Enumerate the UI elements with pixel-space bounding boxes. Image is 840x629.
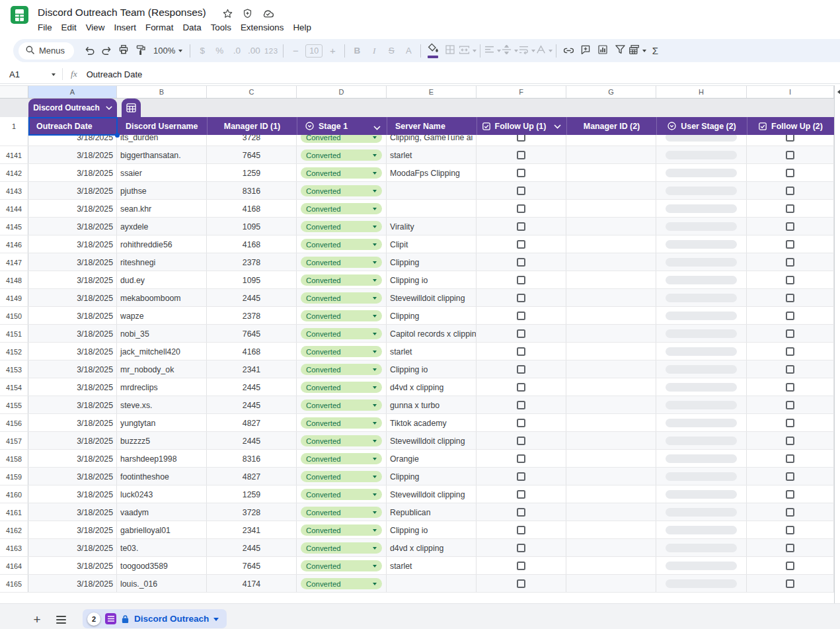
menu-view[interactable]: View xyxy=(81,20,110,35)
increase-font-size-button[interactable]: + xyxy=(324,42,341,60)
user-stage-2-chip[interactable] xyxy=(666,544,737,552)
user-stage-2-chip[interactable] xyxy=(666,419,737,427)
cell-manager-id-2[interactable] xyxy=(566,521,656,539)
follow-up-2-checkbox[interactable] xyxy=(786,222,794,231)
follow-up-1-checkbox[interactable] xyxy=(517,383,525,392)
cell-manager-id-1[interactable]: 8316 xyxy=(207,182,297,200)
cell-stage-1[interactable]: Converted xyxy=(297,468,387,485)
cell-manager-id-2[interactable] xyxy=(566,271,656,289)
row-number[interactable]: 4157 xyxy=(0,432,28,450)
follow-up-1-checkbox[interactable] xyxy=(517,544,525,552)
stage-dropdown-chip[interactable]: Converted xyxy=(301,382,382,393)
cell-user-stage-2[interactable] xyxy=(656,521,747,539)
cell-follow-up-2[interactable] xyxy=(747,271,834,289)
cell-outreach-date[interactable]: 3/18/2025 xyxy=(28,521,117,539)
cell-manager-id-2[interactable] xyxy=(566,307,656,325)
cell-follow-up-1[interactable] xyxy=(477,135,566,146)
stage-dropdown-chip[interactable]: Converted xyxy=(301,257,382,268)
cell-server-name[interactable] xyxy=(387,575,477,593)
cell-outreach-date[interactable]: 3/18/2025 xyxy=(28,360,117,378)
column-header-follow-up-1[interactable]: Follow Up (1) xyxy=(477,117,566,135)
row-number[interactable]: 4149 xyxy=(0,289,28,307)
cell-discord-username[interactable]: mrdreclips xyxy=(117,378,207,396)
cell-user-stage-2[interactable] xyxy=(656,485,747,503)
cell-manager-id-2[interactable] xyxy=(566,432,656,450)
formula-input[interactable]: Outreach Date xyxy=(87,69,143,79)
column-letter-C[interactable]: C xyxy=(207,86,297,98)
cell-follow-up-1[interactable] xyxy=(477,432,566,450)
cell-follow-up-1[interactable] xyxy=(477,182,566,200)
cell-stage-1[interactable]: Converted xyxy=(297,289,387,307)
column-letter-B[interactable]: B xyxy=(117,86,207,98)
cell-follow-up-1[interactable] xyxy=(477,485,566,503)
stage-dropdown-chip[interactable]: Converted xyxy=(301,239,382,250)
follow-up-2-checkbox[interactable] xyxy=(786,312,794,320)
cell-discord-username[interactable]: mekaboomboom xyxy=(117,289,207,307)
cell-follow-up-1[interactable] xyxy=(477,503,566,521)
user-stage-2-chip[interactable] xyxy=(666,472,737,481)
cell-follow-up-2[interactable] xyxy=(747,289,834,307)
format-percent-button[interactable]: % xyxy=(211,42,228,60)
cell-discord-username[interactable]: biggerthansatan. xyxy=(117,146,207,164)
user-stage-2-chip[interactable] xyxy=(666,276,737,284)
cell-stage-1[interactable]: Converted xyxy=(297,503,387,521)
cell-follow-up-2[interactable] xyxy=(747,432,834,450)
user-stage-2-chip[interactable] xyxy=(666,579,737,588)
stage-dropdown-chip[interactable]: Converted xyxy=(301,453,382,464)
cell-follow-up-1[interactable] xyxy=(477,360,566,378)
follow-up-2-checkbox[interactable] xyxy=(786,258,794,267)
cell-follow-up-2[interactable] xyxy=(747,182,834,200)
menu-edit[interactable]: Edit xyxy=(57,20,81,35)
user-stage-2-chip[interactable] xyxy=(666,294,737,302)
cell-outreach-date[interactable]: 3/18/2025 xyxy=(28,218,117,235)
stage-dropdown-chip[interactable]: Converted xyxy=(301,328,382,339)
cell-outreach-date[interactable]: 3/18/2025 xyxy=(28,307,117,325)
cell-outreach-date[interactable]: 3/18/2025 xyxy=(28,396,117,414)
cell-follow-up-2[interactable] xyxy=(747,468,834,485)
user-stage-2-chip[interactable] xyxy=(666,508,737,517)
follow-up-2-checkbox[interactable] xyxy=(786,151,794,159)
cell-stage-1[interactable]: Converted xyxy=(297,200,387,218)
text-rotation-button[interactable] xyxy=(535,42,553,60)
name-box[interactable]: A1 xyxy=(0,69,56,79)
follow-up-1-checkbox[interactable] xyxy=(517,437,525,445)
cell-follow-up-1[interactable] xyxy=(477,557,566,575)
more-formats-button[interactable]: 123 xyxy=(262,42,280,60)
cell-manager-id-1[interactable]: 3728 xyxy=(207,135,297,146)
cell-user-stage-2[interactable] xyxy=(656,146,747,164)
cell-discord-username[interactable]: gabrielloyal01 xyxy=(117,521,207,539)
column-letter-D[interactable]: D xyxy=(297,86,387,98)
cell-follow-up-1[interactable] xyxy=(477,146,566,164)
selection-fill-handle[interactable] xyxy=(115,133,120,138)
stage-dropdown-chip[interactable]: Converted xyxy=(301,203,382,214)
cell-outreach-date[interactable]: 3/18/2025 xyxy=(28,182,117,200)
column-letter-G[interactable]: G xyxy=(566,86,656,98)
user-stage-2-chip[interactable] xyxy=(666,240,737,249)
user-stage-2-chip[interactable] xyxy=(666,401,737,409)
cell-manager-id-2[interactable] xyxy=(566,182,656,200)
follow-up-1-checkbox[interactable] xyxy=(517,329,525,338)
cell-manager-id-1[interactable]: 2341 xyxy=(207,521,297,539)
cell-server-name[interactable]: gunna x turbo xyxy=(387,396,477,414)
cell-manager-id-2[interactable] xyxy=(566,235,656,253)
follow-up-1-checkbox[interactable] xyxy=(517,472,525,481)
follow-up-1-checkbox[interactable] xyxy=(517,526,525,534)
cell-follow-up-2[interactable] xyxy=(747,200,834,218)
cell-user-stage-2[interactable] xyxy=(656,414,747,432)
cell-server-name[interactable]: starlet xyxy=(387,557,477,575)
follow-up-1-checkbox[interactable] xyxy=(517,579,525,588)
table-view-tab[interactable] xyxy=(122,99,141,117)
cell-outreach-date[interactable]: 3/18/2025 xyxy=(28,343,117,360)
cell-discord-username[interactable]: jack_mitchell420 xyxy=(117,343,207,360)
follow-up-1-checkbox[interactable] xyxy=(517,365,525,374)
decrease-decimal-button[interactable]: .0 xyxy=(228,42,245,60)
cell-follow-up-1[interactable] xyxy=(477,414,566,432)
cell-stage-1[interactable]: Converted xyxy=(297,307,387,325)
cell-manager-id-1[interactable]: 1259 xyxy=(207,485,297,503)
cell-manager-id-2[interactable] xyxy=(566,289,656,307)
cell-outreach-date[interactable]: 3/18/2025 xyxy=(28,164,117,182)
cell-outreach-date[interactable]: 3/18/2025 xyxy=(28,557,117,575)
user-stage-2-chip[interactable] xyxy=(666,222,737,231)
stage-dropdown-chip[interactable]: Converted xyxy=(301,292,382,304)
cell-follow-up-2[interactable] xyxy=(747,307,834,325)
